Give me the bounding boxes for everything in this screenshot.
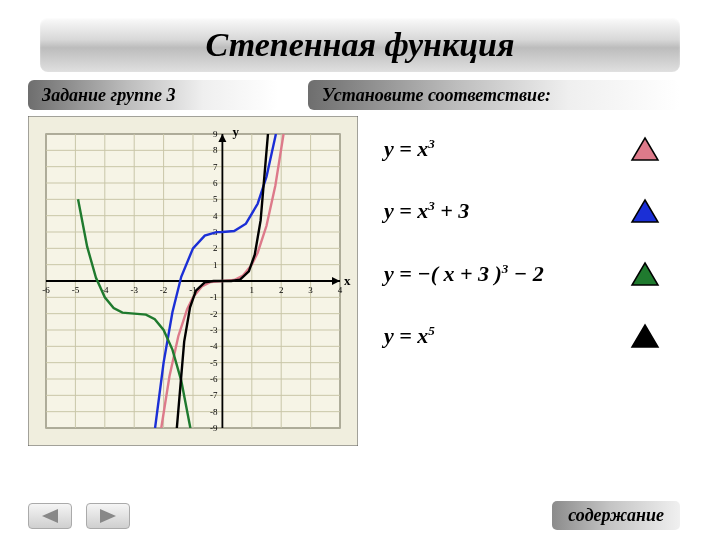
subtitle-left-pill: Задание группе 3 [28,80,278,110]
subtitle-left: Задание группе 3 [42,85,176,106]
svg-text:-3: -3 [130,285,138,295]
svg-text:1: 1 [250,285,255,295]
equation-text: y = −( x + 3 )3 − 2 [384,261,544,287]
subtitle-right: Установите соответствие: [322,85,551,106]
contents-button[interactable]: содержание [552,501,680,530]
svg-text:3: 3 [308,285,313,295]
page-title: Степенная функция [205,26,514,64]
chart: -6-5-4-3-2-11234-9-8-7-6-5-4-3-2-1123456… [28,116,358,450]
next-button[interactable] [86,503,130,529]
chart-svg: -6-5-4-3-2-11234-9-8-7-6-5-4-3-2-1123456… [28,116,358,446]
subtitle-right-pill: Установите соответствие: [308,80,680,110]
color-triangle-icon[interactable] [630,198,660,224]
prev-button[interactable] [28,503,72,529]
svg-marker-71 [42,509,58,523]
svg-text:-6: -6 [42,285,50,295]
color-triangle-icon[interactable] [630,136,660,162]
svg-text:-3: -3 [210,325,218,335]
equation-row: y = −( x + 3 )3 − 2 [384,261,680,287]
page-title-bar: Степенная функция [40,18,680,72]
svg-marker-68 [632,200,658,222]
svg-text:-5: -5 [72,285,80,295]
equation-text: y = x5 [384,323,435,349]
equation-row: y = x3 [384,136,680,162]
nav-controls [28,503,130,529]
arrow-left-icon [42,509,58,523]
svg-text:-8: -8 [210,407,218,417]
svg-text:-1: -1 [210,292,218,302]
svg-text:2: 2 [279,285,284,295]
color-triangle-icon[interactable] [630,261,660,287]
arrow-right-icon [100,509,116,523]
equation-text: y = x3 [384,136,435,162]
svg-text:4: 4 [338,285,343,295]
svg-marker-67 [632,138,658,160]
svg-text:9: 9 [213,129,218,139]
svg-text:-6: -6 [210,374,218,384]
svg-text:1: 1 [213,260,218,270]
svg-text:2: 2 [213,243,218,253]
svg-text:4: 4 [213,211,218,221]
svg-text:8: 8 [213,145,218,155]
equation-row: y = x3 + 3 [384,198,680,224]
svg-text:х: х [344,273,351,288]
equation-text: y = x3 + 3 [384,198,469,224]
svg-marker-72 [100,509,116,523]
equation-row: y = x5 [384,323,680,349]
svg-text:-2: -2 [210,309,218,319]
svg-text:-5: -5 [210,358,218,368]
svg-marker-70 [632,325,658,347]
contents-label: содержание [568,505,664,525]
equation-column: y = x3y = x3 + 3y = −( x + 3 )3 − 2y = x… [384,116,680,450]
svg-text:-2: -2 [160,285,168,295]
svg-text:-9: -9 [210,423,218,433]
svg-text:-7: -7 [210,390,218,400]
svg-text:6: 6 [213,178,218,188]
svg-marker-69 [632,263,658,285]
color-triangle-icon[interactable] [630,323,660,349]
svg-text:5: 5 [213,194,218,204]
svg-text:7: 7 [213,162,218,172]
svg-text:у: у [232,124,239,139]
svg-text:-4: -4 [210,341,218,351]
